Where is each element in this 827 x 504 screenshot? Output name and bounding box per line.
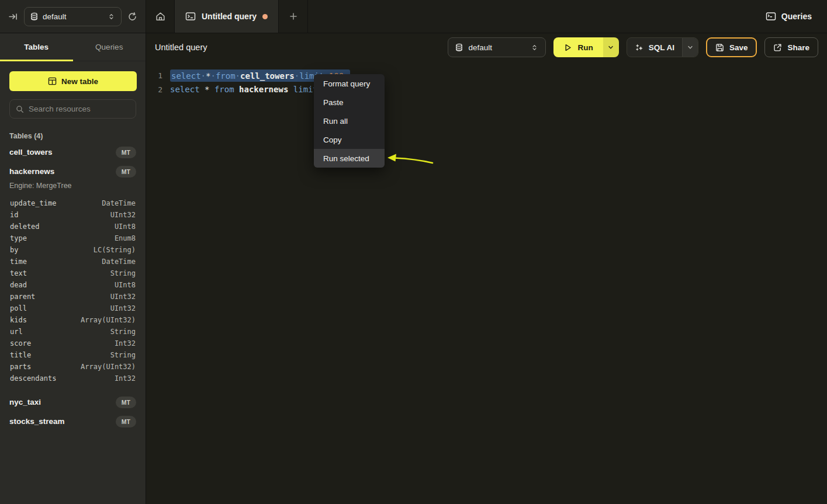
column-row: partsArray(UInt32) [0,361,146,373]
run-options-caret-button[interactable] [603,37,619,57]
column-name: poll [10,304,27,312]
column-name: by [10,246,18,254]
column-row: deadUInt8 [0,279,146,291]
table-row-cell-towers[interactable]: cell_towers MT [0,142,146,162]
whitespace-dot: · [201,71,206,80]
tab-untitled-query[interactable]: Untitled query [174,0,279,33]
query-title: Untitled query [155,43,207,52]
topbar: default [0,0,827,33]
table-name: stocks_stream [9,417,65,426]
database-icon [455,43,463,52]
refresh-icon [127,12,137,22]
sql-keyword: from [216,71,236,80]
column-type: UInt32 [110,304,136,312]
chevron-down-icon [607,44,614,51]
line-number: 2 [146,85,162,94]
table-grid-icon [48,77,57,85]
save-button-label: Save [729,43,748,52]
column-type: Int32 [115,374,136,383]
database-select-topbar[interactable]: default [24,7,122,26]
sidebar-tab-tables[interactable]: Tables [0,33,73,61]
sidebar-tab-queries[interactable]: Queries [73,33,146,61]
column-type: UInt8 [115,223,136,231]
table-name: cell_towers [9,148,53,157]
menu-item-run-all[interactable]: Run all [314,112,385,130]
tab-title: Untitled query [202,12,257,21]
column-row: update_timeDateTime [0,197,146,209]
menu-item-copy[interactable]: Copy [314,130,385,149]
column-name: type [10,234,27,242]
code-line-1[interactable]: 1 select·*·from·cell_towers·limit·100· [146,68,827,82]
chevron-down-icon [687,44,694,51]
column-name: descendants [10,374,56,383]
collapse-right-icon [8,12,18,22]
table-row-stocks-stream[interactable]: stocks_stream MT [0,412,146,431]
save-floppy-icon [715,43,724,52]
terminal-icon [185,12,196,21]
column-name: text [10,269,27,277]
column-row: parentUInt32 [0,291,146,303]
tables-section-label: Tables (4) [9,132,136,140]
column-type: UInt8 [115,281,136,289]
menu-item-format-query[interactable]: Format query [314,74,385,93]
run-button[interactable]: Run [553,37,603,57]
whitespace-dot: · [236,71,240,80]
refresh-button[interactable] [127,12,137,22]
column-row: deletedUInt8 [0,221,146,232]
column-name: url [10,328,23,336]
sql-keyword: from [214,85,234,94]
sql-table-name: cell_towers [240,71,295,80]
queries-panel-button[interactable]: Queries [766,0,812,33]
run-button-label: Run [577,43,593,52]
column-row: idUInt32 [0,209,146,221]
query-toolbar: Untitled query default [146,33,827,61]
column-name: title [10,351,31,359]
table-name: nyc_taxi [9,398,41,406]
database-select-value: default [43,12,103,21]
menu-item-paste[interactable]: Paste [314,93,385,112]
column-type: Array(UInt32) [81,316,136,324]
engine-badge: MT [116,166,136,178]
play-icon [563,43,572,52]
queries-button-label: Queries [781,12,812,21]
sql-ai-caret-button[interactable] [682,38,698,57]
column-type: LC(String) [94,246,136,254]
main-panel: Untitled query default [146,33,827,504]
code-line-2[interactable]: 2 select * from hackernews limit [146,82,827,96]
column-name: time [10,258,27,266]
column-row: byLC(String) [0,244,146,256]
menu-item-run-selected[interactable]: Run selected [314,149,385,168]
column-name: dead [10,281,27,289]
new-table-button[interactable]: New table [9,71,137,91]
column-name: id [10,211,18,219]
search-input[interactable] [29,105,130,113]
new-tab-button[interactable] [279,0,308,33]
engine-badge: MT [116,397,136,408]
save-button[interactable]: Save [706,37,757,57]
run-button-group: Run [553,37,618,57]
database-select-toolbar[interactable]: default [448,37,546,57]
sql-table-name: hackernews [239,85,288,94]
share-button[interactable]: Share [764,37,818,57]
engine-badge: MT [116,416,136,427]
sql-ai-button[interactable]: SQL AI [627,38,682,57]
column-type: DateTime [102,199,136,207]
column-row: scoreInt32 [0,338,146,349]
column-row: textString [0,267,146,279]
collapse-sidebar-button[interactable] [8,12,18,22]
share-button-label: Share [787,43,809,52]
column-type: String [110,269,136,277]
table-name: hackernews [9,167,54,176]
table-row-hackernews[interactable]: hackernews MT [0,162,146,181]
table-row-nyc-taxi[interactable]: nyc_taxi MT [0,392,146,412]
column-row: descendantsInt32 [0,373,146,384]
whitespace-dot: · [210,71,215,80]
home-button[interactable] [146,0,174,33]
column-type: String [110,328,136,336]
column-row: kidsArray(UInt32) [0,314,146,326]
search-icon [16,105,24,113]
sql-editor[interactable]: 1 select·*·from·cell_towers·limit·100· 2… [146,61,827,504]
home-icon [155,11,166,22]
line-number: 1 [146,71,162,80]
table-engine-label: Engine: MergeTree [0,181,146,195]
